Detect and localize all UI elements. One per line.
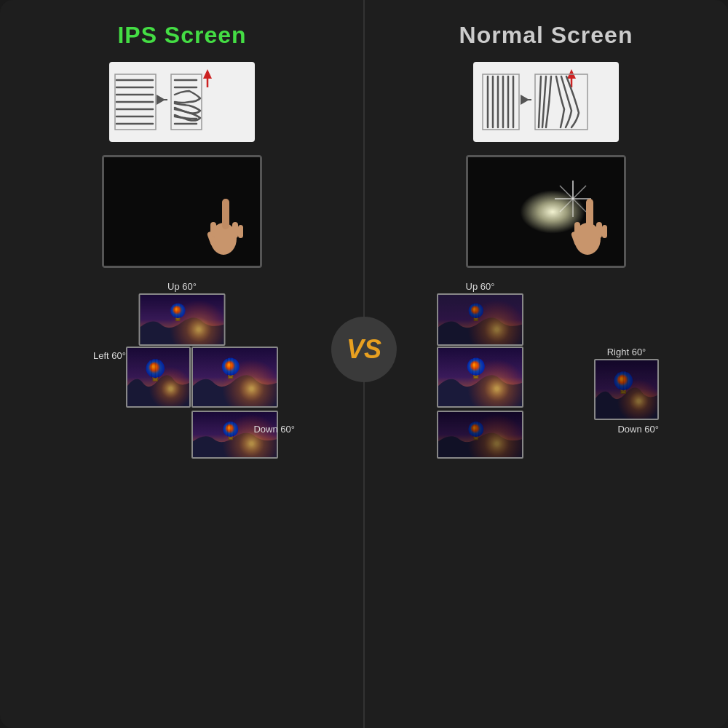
normal-up-label: Up 60° (437, 281, 523, 292)
svg-rect-43 (574, 222, 580, 237)
svg-rect-19 (222, 199, 229, 229)
left-panel: IPS Screen (0, 0, 364, 728)
svg-rect-45 (602, 225, 607, 238)
ips-screen-press (102, 155, 262, 268)
ips-title: IPS Screen (117, 22, 246, 49)
ips-diagram (109, 62, 255, 142)
normal-down-label: Down 60° (617, 424, 659, 435)
normal-right-image (594, 359, 659, 420)
svg-rect-44 (596, 222, 602, 238)
normal-right-label: Right 60° (594, 347, 659, 357)
ips-left-label: Left 60° (69, 350, 126, 361)
ips-angle-grid: Up 60° Left 60° Down 60° (69, 281, 295, 456)
ips-left-image (126, 347, 191, 408)
normal-center-image (437, 347, 523, 408)
ips-down-image (191, 411, 278, 459)
main-container: VS IPS Screen (0, 0, 728, 728)
normal-screen-dark (468, 157, 624, 266)
ips-up-label: Up 60° (139, 281, 226, 292)
normal-up-image (437, 293, 523, 346)
normal-title: Normal Screen (459, 22, 633, 49)
ips-center-image (191, 347, 278, 408)
normal-diagram (473, 62, 619, 142)
vs-label: VS (347, 334, 381, 365)
ips-screen-dark (104, 157, 260, 266)
svg-rect-16 (210, 222, 216, 237)
ips-down-label: Down 60° (253, 424, 295, 435)
normal-screen-press (466, 155, 626, 268)
vs-circle: VS (331, 317, 397, 382)
right-panel: Normal Screen (364, 0, 728, 728)
svg-marker-9 (203, 69, 212, 79)
svg-rect-17 (232, 222, 238, 238)
normal-down-image (437, 411, 523, 459)
svg-rect-18 (238, 225, 243, 238)
normal-angle-grid: Up 60° Right 60° Down 60° (433, 281, 659, 456)
ips-up-image (139, 293, 226, 346)
